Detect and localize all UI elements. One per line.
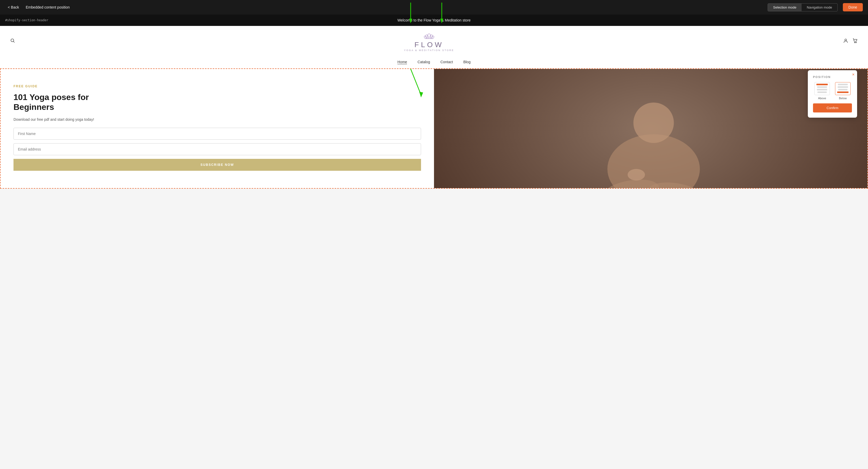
position-popup: × POSITION Above (808, 70, 857, 118)
svg-point-7 (425, 34, 429, 39)
nav-home[interactable]: Home (397, 60, 407, 64)
announcement-bar: #shopify-section-header Welcome to the F… (0, 14, 868, 26)
nav-blog[interactable]: Blog (463, 60, 471, 64)
nav-catalog[interactable]: Catalog (417, 60, 430, 64)
section-id-label: #shopify-section-header (5, 19, 48, 22)
mode-toggle: Selection mode Navigation mode (768, 3, 837, 11)
store-name: FLOW (15, 41, 843, 49)
above-preview (814, 82, 830, 95)
cart-icon[interactable] (852, 38, 858, 44)
form-description: Download our free pdf and start doing yo… (13, 118, 421, 122)
lotus-icon (15, 31, 843, 40)
confirm-button[interactable]: Confirm (813, 103, 852, 112)
above-label: Above (818, 97, 826, 100)
account-icon[interactable] (843, 38, 848, 44)
store-navigation: Home Catalog Contact Blog (0, 57, 868, 68)
position-options: Above Below (813, 82, 852, 100)
svg-point-9 (424, 35, 427, 39)
selection-mode-button[interactable]: Selection mode (768, 4, 802, 11)
below-label: Below (839, 97, 847, 100)
email-input[interactable] (13, 143, 421, 155)
position-below-option[interactable]: Below (834, 82, 852, 100)
form-heading: 101 Yoga poses for Beginners (13, 92, 421, 112)
navigation-mode-button[interactable]: Navigation mode (802, 4, 837, 11)
main-content-area: FREE GUIDE 101 Yoga poses for Beginners … (0, 68, 868, 189)
store-subtitle: YOGA & MEDITATION STORE (15, 49, 843, 52)
done-button[interactable]: Done (843, 3, 863, 11)
yoga-background (434, 69, 867, 188)
announcement-text: Welcome to the Flow Yoga & Meditation st… (397, 18, 471, 22)
store-logo: FLOW YOGA & MEDITATION STORE (15, 31, 843, 52)
svg-point-6 (428, 34, 431, 39)
position-popup-title: POSITION (813, 75, 852, 78)
subscribe-button[interactable]: SUBSCRIBE NOW (13, 159, 421, 171)
popup-close-button[interactable]: × (852, 72, 855, 77)
top-bar: < Back Embedded content position Selecti… (0, 0, 868, 14)
nav-contact[interactable]: Contact (440, 60, 453, 64)
yoga-image-section (434, 69, 867, 188)
free-guide-label: FREE GUIDE (13, 85, 421, 88)
svg-point-10 (431, 35, 434, 39)
svg-point-11 (845, 39, 847, 41)
svg-line-5 (13, 41, 15, 43)
store-header: FLOW YOGA & MEDITATION STORE (0, 26, 868, 57)
svg-point-17 (633, 103, 674, 143)
search-icon[interactable] (10, 38, 15, 44)
svg-point-20 (627, 169, 645, 180)
top-bar-title: Embedded content position (26, 5, 70, 9)
svg-point-12 (855, 42, 855, 43)
back-button[interactable]: < Back (5, 4, 22, 11)
below-preview (835, 82, 850, 95)
header-icons (843, 38, 858, 44)
svg-point-13 (856, 42, 856, 43)
first-name-input[interactable] (13, 128, 421, 140)
form-section: FREE GUIDE 101 Yoga poses for Beginners … (1, 69, 434, 188)
svg-point-8 (429, 34, 433, 39)
position-above-option[interactable]: Above (813, 82, 831, 100)
svg-point-4 (11, 39, 14, 42)
